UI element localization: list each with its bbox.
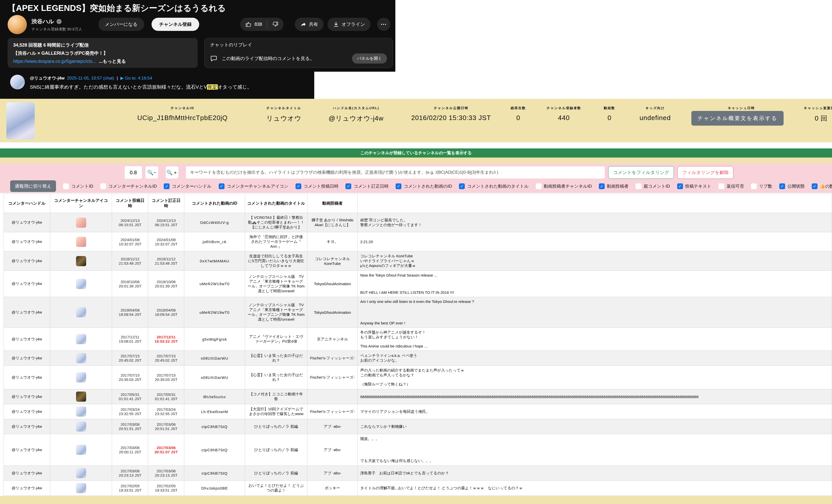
- checkbox-checked-icon[interactable]: ✓: [677, 184, 683, 189]
- checkbox-unchecked-icon[interactable]: [635, 184, 642, 189]
- open-panel-button[interactable]: パネルを開く: [352, 53, 387, 63]
- comment-text-cell: 2:21:20: [358, 232, 832, 251]
- offline-button[interactable]: オフライン: [328, 18, 370, 31]
- checkbox-checked-icon[interactable]: ✓: [779, 184, 785, 189]
- goto-timestamp-link[interactable]: ▶ Go to: 4:16:54: [121, 76, 152, 81]
- checkbox-checked-icon[interactable]: ✓: [219, 184, 225, 189]
- commenter-channel-icon[interactable]: [76, 307, 86, 317]
- video-title-cell: ひとりぼっちのノラ 前編: [245, 466, 307, 481]
- clear-filter-button[interactable]: フィルタリングを解除: [677, 166, 733, 179]
- checkbox-checked-icon[interactable]: ✓: [295, 184, 301, 189]
- commenter-handle[interactable]: @リュウオウ-j4w: [30, 75, 64, 81]
- apply-filter-button[interactable]: コメントをフィルタリング: [608, 166, 674, 179]
- field-label: チャンネルID: [111, 106, 254, 110]
- checkbox-checked-icon[interactable]: ✓: [812, 184, 817, 189]
- share-button[interactable]: 共有: [295, 18, 323, 31]
- checkbox-unchecked-icon[interactable]: [719, 184, 724, 189]
- video-description-box[interactable]: 34,528 回視聴 6 時間前にライブ配信 【渋谷ハル × GALLERIAコ…: [8, 38, 198, 68]
- show-channel-summary-button[interactable]: チャンネル概要文を表示する: [691, 111, 784, 125]
- column-checkbox[interactable]: ✓コメント訂正日時: [345, 184, 389, 189]
- commenter-avatar[interactable]: [10, 75, 25, 89]
- commenter-channel-icon[interactable]: [76, 372, 86, 383]
- video-uploader-cell: アブ -abu-: [307, 419, 358, 434]
- like-button[interactable]: 838: [240, 18, 267, 31]
- checkbox-checked-icon[interactable]: ✓: [459, 184, 465, 189]
- comment-edited-cell: 2024/01/08 10:32:07 JST: [148, 232, 184, 251]
- checkbox-checked-icon[interactable]: ✓: [396, 184, 401, 189]
- column-checkbox[interactable]: 親コメントID: [635, 184, 670, 189]
- column-checkbox[interactable]: ✓コメンターハンドル: [164, 184, 211, 189]
- comment-edited-cell: 2017/03/06 20:23:13 JST: [148, 466, 184, 481]
- commenter-channel-icon[interactable]: [76, 445, 86, 455]
- column-checkbox[interactable]: ✓👍の数: [812, 184, 832, 189]
- commenter-channel-icon[interactable]: [76, 334, 86, 344]
- column-checkbox[interactable]: 返信可否: [719, 184, 744, 189]
- column-header: コメンターチャンネルアイコン: [50, 194, 112, 213]
- checkbox-checked-icon[interactable]: ✓: [599, 184, 605, 189]
- commenter-channel-icon[interactable]: [76, 421, 86, 431]
- thumbs-down-icon: [272, 21, 279, 27]
- video-uploader-cell: キヨ。: [307, 232, 358, 251]
- subscriptions-toggle-bar[interactable]: このチャンネルが登録しているチャンネルの一覧を表示する: [0, 148, 832, 158]
- separator: |: [117, 76, 118, 81]
- commenter-channel-icon[interactable]: [76, 279, 86, 289]
- table-row: @リュウオウ-j4w2017/12/11 19:08:01 JST2017/12…: [4, 328, 832, 351]
- column-checkbox[interactable]: コメンターチャンネルID: [100, 184, 157, 189]
- comment-posted-cell: 2018/10/06 20:01:39 JST: [112, 271, 148, 297]
- checkbox-unchecked-icon[interactable]: [536, 184, 542, 189]
- column-checkbox[interactable]: ✓動画投稿者: [599, 184, 628, 189]
- checkbox-unchecked-icon[interactable]: [751, 184, 757, 189]
- report-mode-button[interactable]: 通報用に切り替え: [10, 180, 56, 192]
- channel-avatar[interactable]: [8, 15, 27, 34]
- commenter-channel-icon[interactable]: [76, 392, 86, 402]
- comment-text: SNSに綺麗事求めすぎ。ただの感想も言えないとか言語規制様々だな。流石VとV肯定…: [30, 84, 252, 90]
- comment-edited-cell: 2017/12/11 19:53:22 JST: [148, 328, 184, 351]
- checkbox-label: 👍の数: [820, 184, 832, 189]
- more-actions-button[interactable]: ···: [377, 18, 390, 31]
- column-checkbox[interactable]: ✓コメントされた動画のタイトル: [459, 184, 529, 189]
- column-checkbox[interactable]: 動画投稿者チャンネルID: [536, 184, 592, 189]
- field-value: 2016/02/20 15:30:33 JST: [398, 114, 504, 122]
- commenter-handle-cell: @リュウオウ-j4w: [4, 481, 50, 496]
- checkbox-label: 公開状態: [787, 184, 805, 189]
- commenter-icon-cell: [50, 251, 112, 271]
- commenter-channel-icon[interactable]: [76, 353, 86, 363]
- chat-replay-panel: チャットのリプレイ この動画のライブ配信時のコメントを見る。 パネルを開く: [204, 38, 393, 68]
- show-more-link[interactable]: ...もっと見る: [99, 59, 126, 64]
- checkbox-label: コメントID: [71, 184, 93, 189]
- commenter-channel-icon[interactable]: [76, 407, 86, 417]
- commenter-channel-icon[interactable]: [76, 256, 86, 266]
- zoom-in-button[interactable]: 🔍＋: [166, 166, 178, 178]
- description-link[interactable]: https://www.dospara.co.jp/5gamepc/cts...: [13, 59, 96, 64]
- column-checkbox[interactable]: リプ数: [751, 184, 772, 189]
- checkbox-checked-icon[interactable]: ✓: [345, 184, 351, 189]
- video-title-cell: おいでよ！とびだせよ！ どうぶつの森よ！: [245, 481, 307, 496]
- subscribe-button[interactable]: チャンネル登録: [152, 18, 199, 31]
- column-checkbox[interactable]: コメントID: [63, 184, 93, 189]
- column-checkbox[interactable]: ✓コメントされた動画のID: [396, 184, 452, 189]
- checkbox-label: コメントされた動画のタイトル: [467, 184, 529, 189]
- keyword-search-input[interactable]: [186, 166, 605, 178]
- channel-bar-avatar: [6, 102, 35, 139]
- threshold-input[interactable]: [125, 166, 142, 179]
- commenter-channel-icon[interactable]: [76, 483, 86, 493]
- zoom-out-button[interactable]: 🔍−: [146, 166, 158, 178]
- membership-button[interactable]: メンバーになる: [98, 18, 144, 31]
- column-checkbox[interactable]: ✓投稿テキスト: [677, 184, 711, 189]
- checkbox-checked-icon[interactable]: ✓: [164, 184, 170, 189]
- commenter-channel-icon[interactable]: [76, 468, 86, 478]
- description-line: 【渋谷ハル × GALLERIAコラボPC発売中！】: [13, 50, 192, 56]
- field-value: 0: [504, 114, 532, 122]
- column-checkbox[interactable]: ✓公開状態: [779, 184, 805, 189]
- dislike-button[interactable]: [267, 18, 284, 31]
- column-header: コメント訂正日時: [148, 194, 184, 213]
- subscriber-count: チャンネル登録者数 90.6万人: [31, 27, 82, 32]
- commenter-channel-icon[interactable]: [76, 218, 86, 228]
- comment-edited-cell: 2018/11/12 21:53:48 JST: [148, 251, 184, 271]
- channel-name[interactable]: 渋谷ハル: [31, 18, 54, 25]
- checkbox-unchecked-icon[interactable]: [100, 184, 106, 189]
- checkbox-unchecked-icon[interactable]: [63, 184, 69, 189]
- column-checkbox[interactable]: ✓コメンターチャンネルアイコン: [219, 184, 288, 189]
- commenter-channel-icon[interactable]: [76, 237, 86, 247]
- column-checkbox[interactable]: ✓コメント投稿日時: [295, 184, 339, 189]
